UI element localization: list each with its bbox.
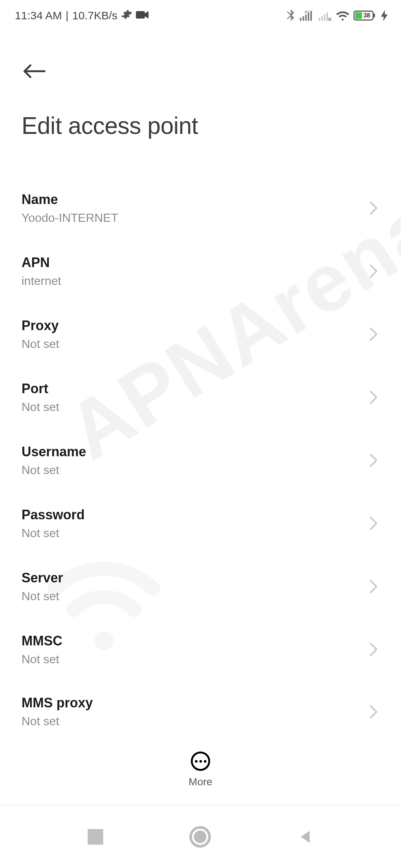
signal-nosim-icon: [317, 10, 332, 22]
row-apn[interactable]: APN internet: [22, 240, 379, 303]
chevron-right-icon: [369, 327, 378, 342]
status-divider: |: [66, 9, 69, 22]
chevron-right-icon: [369, 579, 378, 594]
chevron-right-icon: [369, 704, 378, 719]
settings-list: Name Yoodo-INTERNET APN internet Proxy N…: [0, 177, 401, 728]
row-label: MMSC: [22, 633, 62, 649]
row-proxy[interactable]: Proxy Not set: [22, 303, 379, 366]
row-label: APN: [22, 255, 61, 270]
row-label: Proxy: [22, 318, 59, 333]
back-icon[interactable]: [22, 62, 379, 80]
row-value: Not set: [22, 526, 85, 540]
row-label: Password: [22, 507, 85, 523]
svg-rect-10: [326, 13, 328, 21]
android-navbar: [0, 805, 401, 868]
battery-icon: 38: [353, 10, 377, 21]
signal-4g-icon: 4G: [299, 10, 313, 22]
nav-recents-icon[interactable]: [88, 829, 103, 845]
video-icon: [136, 9, 149, 22]
status-left: 11:34 AM | 10.7KB/s: [15, 9, 149, 23]
row-label: Server: [22, 570, 63, 586]
status-right: 4G: [287, 9, 388, 22]
bluetooth-icon: [287, 9, 295, 22]
row-label: Username: [22, 444, 86, 460]
row-value: Not set: [22, 714, 93, 728]
row-mmsc[interactable]: MMSC Not set: [22, 618, 379, 681]
row-value: Not set: [22, 337, 59, 351]
wifi-icon: [336, 10, 350, 21]
more-button[interactable]: More: [0, 752, 401, 788]
bolt-icon: [381, 10, 388, 21]
row-value: internet: [22, 274, 61, 288]
row-value: Yoodo-INTERNET: [22, 211, 118, 225]
svg-rect-4: [305, 14, 307, 21]
gear-icon: [121, 9, 132, 23]
row-value: Not set: [22, 400, 59, 414]
svg-rect-2: [300, 18, 301, 21]
row-value: Not set: [22, 589, 63, 603]
chevron-right-icon: [369, 516, 378, 531]
row-password[interactable]: Password Not set: [22, 492, 379, 555]
svg-rect-13: [355, 12, 362, 19]
row-label: Name: [22, 192, 118, 207]
row-label: Port: [22, 381, 59, 397]
more-icon: [191, 752, 210, 771]
row-server[interactable]: Server Not set: [22, 555, 379, 618]
row-label: MMS proxy: [22, 695, 93, 711]
row-value: Not set: [22, 463, 86, 477]
more-label: More: [189, 776, 212, 788]
status-bar: 11:34 AM | 10.7KB/s 4G: [0, 0, 401, 29]
chevron-right-icon: [369, 390, 378, 405]
battery-percent: 38: [363, 12, 370, 19]
chevron-right-icon: [369, 453, 378, 468]
row-mms-proxy[interactable]: MMS proxy Not set: [22, 681, 379, 728]
nav-home-icon[interactable]: [189, 826, 211, 848]
page-title: Edit access point: [22, 112, 379, 139]
svg-rect-3: [303, 16, 304, 21]
row-username[interactable]: Username Not set: [22, 429, 379, 492]
row-value: Not set: [22, 652, 62, 666]
svg-rect-5: [308, 13, 309, 21]
chevron-right-icon: [369, 642, 378, 657]
chevron-right-icon: [369, 264, 378, 279]
status-time: 11:34 AM: [15, 9, 62, 22]
svg-rect-8: [321, 16, 323, 21]
svg-rect-9: [324, 14, 325, 21]
svg-rect-0: [136, 11, 145, 19]
svg-rect-6: [310, 11, 312, 21]
row-port[interactable]: Port Not set: [22, 366, 379, 429]
row-name[interactable]: Name Yoodo-INTERNET: [22, 177, 379, 240]
nav-back-icon[interactable]: [297, 829, 313, 845]
status-rate: 10.7KB/s: [72, 9, 118, 22]
svg-rect-12: [374, 14, 375, 17]
svg-rect-7: [319, 18, 320, 21]
chevron-right-icon: [369, 201, 378, 216]
